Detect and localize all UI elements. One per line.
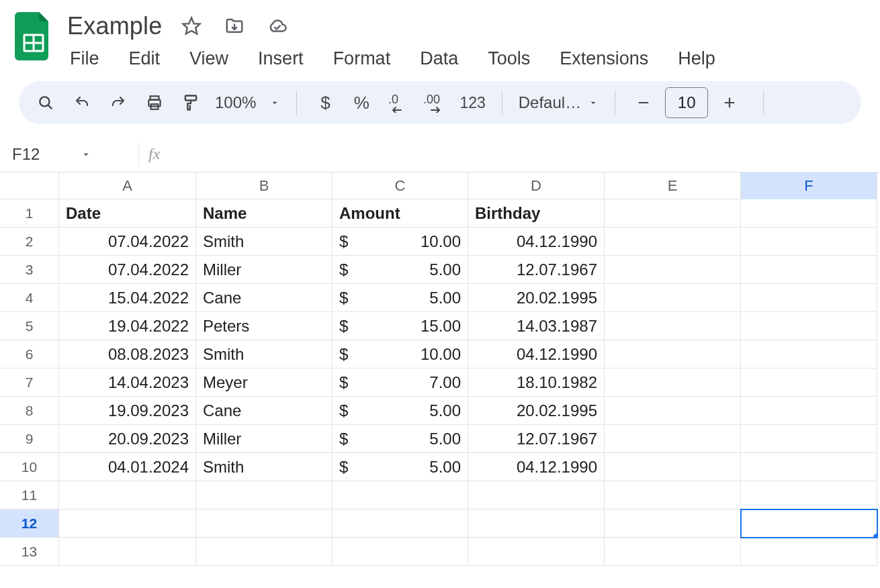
- cell-F9[interactable]: [741, 425, 877, 453]
- cell-B2[interactable]: Smith: [196, 228, 333, 256]
- cell-A5[interactable]: 19.04.2022: [59, 312, 196, 340]
- cell-E13[interactable]: [605, 538, 741, 566]
- cell-D4[interactable]: 20.02.1995: [468, 284, 605, 312]
- cell-C2[interactable]: $10.00: [333, 228, 468, 256]
- menu-edit[interactable]: Edit: [126, 47, 163, 70]
- row-header[interactable]: 6: [0, 340, 59, 369]
- row-header[interactable]: 9: [0, 425, 59, 453]
- cell-D2[interactable]: 04.12.1990: [468, 228, 605, 256]
- cell-F5[interactable]: [741, 312, 877, 340]
- cell-F7[interactable]: [741, 369, 877, 397]
- cell-D1[interactable]: Birthday: [468, 199, 605, 228]
- row-header[interactable]: 2: [0, 228, 59, 256]
- menu-format[interactable]: Format: [331, 47, 394, 70]
- cell-A12[interactable]: [59, 509, 196, 538]
- cell-F6[interactable]: [741, 340, 877, 369]
- row-header[interactable]: 11: [0, 481, 59, 509]
- decrease-font-size-button[interactable]: [631, 89, 656, 116]
- row-header[interactable]: 3: [0, 256, 59, 284]
- cell-A3[interactable]: 07.04.2022: [59, 256, 196, 284]
- menu-extensions[interactable]: Extensions: [557, 47, 651, 70]
- cell-A9[interactable]: 20.09.2023: [59, 425, 196, 453]
- cell-B9[interactable]: Miller: [196, 425, 333, 453]
- cell-C8[interactable]: $5.00: [333, 397, 468, 425]
- currency-format-button[interactable]: $: [313, 89, 337, 116]
- font-family-dropdown[interactable]: Defaul…: [519, 93, 599, 112]
- cell-F11[interactable]: [741, 481, 877, 509]
- increase-decimals-icon[interactable]: .00: [422, 89, 447, 116]
- column-header-C[interactable]: C: [333, 173, 468, 199]
- move-folder-icon[interactable]: [222, 14, 247, 38]
- cell-B4[interactable]: Cane: [196, 284, 333, 312]
- print-icon[interactable]: [142, 89, 167, 116]
- cell-B12[interactable]: [196, 509, 333, 538]
- document-title[interactable]: Example: [67, 12, 162, 40]
- cell-C3[interactable]: $5.00: [333, 256, 468, 284]
- select-all-corner[interactable]: [0, 173, 59, 199]
- cell-C1[interactable]: Amount: [333, 199, 468, 228]
- star-icon[interactable]: [179, 14, 204, 38]
- cell-F1[interactable]: [741, 199, 877, 228]
- cell-F13[interactable]: [741, 538, 877, 566]
- cell-B6[interactable]: Smith: [196, 340, 333, 369]
- cell-B7[interactable]: Meyer: [196, 369, 333, 397]
- row-header[interactable]: 12: [0, 509, 59, 538]
- cell-F10[interactable]: [741, 453, 877, 481]
- cell-C7[interactable]: $7.00: [333, 369, 468, 397]
- cell-A8[interactable]: 19.09.2023: [59, 397, 196, 425]
- cell-C6[interactable]: $10.00: [333, 340, 468, 369]
- selection-handle[interactable]: [873, 534, 877, 538]
- cell-F2[interactable]: [741, 228, 877, 256]
- name-box[interactable]: F12: [8, 145, 136, 164]
- percent-format-button[interactable]: %: [349, 89, 373, 116]
- row-header[interactable]: 5: [0, 312, 59, 340]
- cell-E2[interactable]: [605, 228, 741, 256]
- redo-icon[interactable]: [106, 89, 130, 116]
- menu-data[interactable]: Data: [417, 47, 461, 70]
- row-header[interactable]: 8: [0, 397, 59, 425]
- cell-F12[interactable]: [741, 509, 877, 538]
- increase-font-size-button[interactable]: [717, 89, 742, 116]
- cell-B11[interactable]: [196, 481, 333, 509]
- cell-C13[interactable]: [333, 538, 468, 566]
- row-header[interactable]: 7: [0, 369, 59, 397]
- cell-C12[interactable]: [333, 509, 468, 538]
- column-header-B[interactable]: B: [196, 173, 333, 199]
- cell-E4[interactable]: [605, 284, 741, 312]
- cell-B3[interactable]: Miller: [196, 256, 333, 284]
- cell-A2[interactable]: 07.04.2022: [59, 228, 196, 256]
- cell-B1[interactable]: Name: [196, 199, 333, 228]
- cell-A7[interactable]: 14.04.2023: [59, 369, 196, 397]
- cell-B13[interactable]: [196, 538, 333, 566]
- cell-D10[interactable]: 04.12.1990: [468, 453, 605, 481]
- cell-A6[interactable]: 08.08.2023: [59, 340, 196, 369]
- cell-E3[interactable]: [605, 256, 741, 284]
- cell-D6[interactable]: 04.12.1990: [468, 340, 605, 369]
- search-menus-icon[interactable]: [34, 89, 58, 116]
- column-header-F[interactable]: F: [741, 173, 877, 199]
- cell-E5[interactable]: [605, 312, 741, 340]
- zoom-dropdown[interactable]: 100%: [215, 93, 280, 112]
- cell-B8[interactable]: Cane: [196, 397, 333, 425]
- cell-D5[interactable]: 14.03.1987: [468, 312, 605, 340]
- column-header-A[interactable]: A: [59, 173, 196, 199]
- cell-F4[interactable]: [741, 284, 877, 312]
- menu-file[interactable]: File: [67, 47, 102, 70]
- cell-B10[interactable]: Smith: [196, 453, 333, 481]
- cell-A11[interactable]: [59, 481, 196, 509]
- cell-E6[interactable]: [605, 340, 741, 369]
- paint-format-icon[interactable]: [179, 89, 203, 116]
- cell-D7[interactable]: 18.10.1982: [468, 369, 605, 397]
- cell-E1[interactable]: [605, 199, 741, 228]
- cell-D11[interactable]: [468, 481, 605, 509]
- cell-D9[interactable]: 12.07.1967: [468, 425, 605, 453]
- cell-A4[interactable]: 15.04.2022: [59, 284, 196, 312]
- row-header[interactable]: 13: [0, 538, 59, 566]
- menu-view[interactable]: View: [187, 47, 231, 70]
- menu-insert[interactable]: Insert: [255, 47, 306, 70]
- cell-A10[interactable]: 04.01.2024: [59, 453, 196, 481]
- cell-A13[interactable]: [59, 538, 196, 566]
- cell-E7[interactable]: [605, 369, 741, 397]
- more-formats-button[interactable]: 123: [459, 89, 485, 116]
- cell-D8[interactable]: 20.02.1995: [468, 397, 605, 425]
